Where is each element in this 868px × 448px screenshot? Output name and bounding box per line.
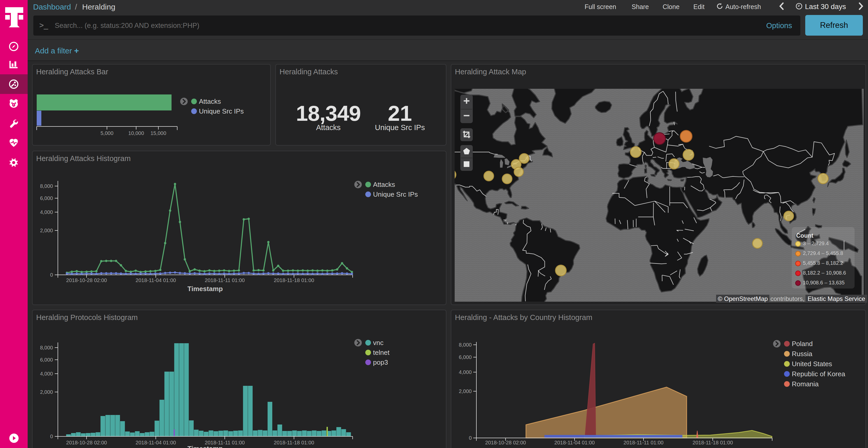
- svg-text:2018-11-04 01:00: 2018-11-04 01:00: [135, 440, 176, 445]
- svg-text:2018-10-28 02:00: 2018-10-28 02:00: [66, 277, 107, 283]
- svg-text:2018-10-28 02:00: 2018-10-28 02:00: [66, 440, 107, 445]
- svg-text:6,000: 6,000: [459, 354, 472, 360]
- svg-text:Timestamp: Timestamp: [188, 285, 223, 292]
- svg-text:2,000: 2,000: [40, 228, 53, 233]
- svg-text:4,000: 4,000: [40, 371, 53, 377]
- svg-text:0: 0: [50, 434, 53, 439]
- svg-text:2018-11-18 01:00: 2018-11-18 01:00: [274, 440, 314, 445]
- svg-text:15,000: 15,000: [150, 130, 166, 136]
- svg-text:2018-10-28 02:00: 2018-10-28 02:00: [485, 440, 526, 445]
- svg-text:0: 0: [50, 272, 53, 278]
- svg-text:8,000: 8,000: [459, 342, 472, 348]
- svg-text:4,000: 4,000: [40, 209, 53, 215]
- svg-text:4,000: 4,000: [459, 369, 472, 375]
- svg-text:10,000: 10,000: [128, 130, 144, 136]
- svg-text:8,000: 8,000: [40, 345, 53, 350]
- svg-text:2018-11-11 01:00: 2018-11-11 01:00: [624, 440, 664, 445]
- svg-text:6,000: 6,000: [40, 195, 53, 201]
- svg-text:2018-11-18 01:00: 2018-11-18 01:00: [692, 440, 733, 445]
- svg-text:2018-11-11 01:00: 2018-11-11 01:00: [205, 277, 245, 283]
- svg-text:Timestamp: Timestamp: [188, 445, 223, 448]
- svg-text:2,000: 2,000: [40, 389, 53, 395]
- svg-text:5,000: 5,000: [100, 130, 114, 136]
- svg-text:2018-11-04 01:00: 2018-11-04 01:00: [554, 440, 595, 445]
- svg-text:6,000: 6,000: [40, 357, 53, 363]
- svg-text:2018-11-18 01:00: 2018-11-18 01:00: [274, 277, 314, 283]
- svg-text:0: 0: [469, 435, 472, 441]
- svg-text:2018-11-04 01:00: 2018-11-04 01:00: [135, 277, 176, 283]
- svg-text:8,000: 8,000: [40, 183, 53, 189]
- svg-text:2,000: 2,000: [459, 388, 472, 394]
